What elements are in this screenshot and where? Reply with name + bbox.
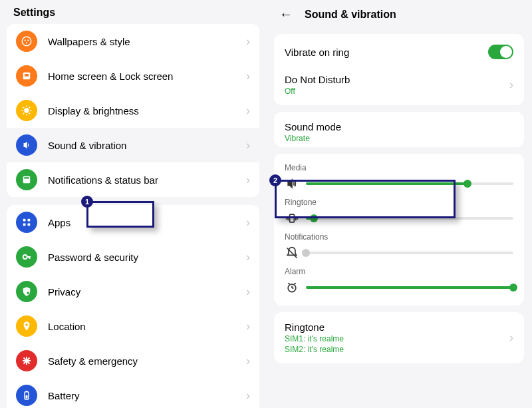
settings-item-apps[interactable]: Apps ›	[7, 205, 259, 240]
settings-group-1: Wallpapers & style › Home screen & Lock …	[7, 24, 259, 197]
svg-line-12	[29, 113, 31, 114]
row-title: Do Not Disturb	[285, 74, 509, 85]
chevron-right-icon: ›	[246, 69, 250, 83]
settings-item-home-lock[interactable]: Home screen & Lock screen ›	[7, 59, 259, 93]
svg-line-13	[23, 113, 25, 114]
settings-item-safety[interactable]: Safety & emergency ›	[7, 343, 259, 378]
volume-slider-alarm[interactable]	[306, 286, 513, 289]
settings-item-display[interactable]: Display & brightness ›	[7, 93, 259, 128]
svg-line-42	[288, 283, 290, 284]
panel-header: ← Sound & vibration	[266, 0, 532, 27]
row-dnd[interactable]: Do Not Disturb Off ›	[274, 67, 524, 102]
svg-point-3	[26, 42, 27, 43]
volume-label: Notifications	[285, 232, 513, 242]
apps-icon	[16, 212, 37, 233]
battery-icon	[16, 385, 37, 406]
row-ringtone[interactable]: Ringtone SIM1: it's realme SIM2: it's re…	[274, 315, 524, 361]
settings-item-sound[interactable]: Sound & vibration ›	[7, 128, 259, 162]
settings-item-label: Wallpapers & style	[48, 36, 246, 47]
svg-point-1	[25, 39, 26, 41]
card-sound-mode[interactable]: Sound mode Vibrate	[274, 112, 524, 147]
svg-line-14	[29, 107, 31, 108]
svg-rect-17	[23, 219, 26, 222]
back-icon[interactable]: ←	[279, 7, 293, 22]
settings-item-label: Privacy	[48, 286, 246, 298]
row-vibrate-on-ring[interactable]: Vibrate on ring	[274, 37, 524, 67]
chevron-right-icon: ›	[509, 331, 513, 345]
settings-item-label: Battery	[48, 390, 246, 401]
notification-icon	[16, 169, 37, 190]
volume-alarm: Alarm	[285, 262, 513, 296]
svg-rect-33	[290, 214, 295, 222]
row-sub: SIM2: it's realme	[285, 345, 509, 354]
chevron-right-icon: ›	[246, 35, 250, 49]
chevron-right-icon: ›	[246, 173, 250, 187]
toggle-switch-on[interactable]	[488, 45, 513, 59]
settings-item-password[interactable]: Password & security ›	[7, 240, 259, 274]
sound-mode-sub: Vibrate	[285, 134, 513, 143]
card-general: Vibrate on ring Do Not Disturb Off ›	[274, 34, 524, 105]
svg-point-21	[23, 255, 27, 259]
chevron-right-icon: ›	[246, 285, 250, 299]
svg-rect-32	[26, 395, 28, 399]
alarm-icon	[285, 280, 299, 295]
row-label: Vibrate on ring	[285, 47, 488, 58]
display-icon	[16, 100, 37, 121]
wallpaper-icon	[16, 31, 37, 52]
settings-item-battery[interactable]: Battery ›	[7, 378, 259, 408]
settings-header: Settings	[0, 0, 266, 24]
settings-item-label: Location	[48, 321, 246, 332]
settings-item-label: Apps	[48, 217, 246, 228]
settings-item-notifications[interactable]: Notifications & status bar ›	[7, 162, 259, 197]
volume-slider-media[interactable]	[306, 182, 513, 185]
settings-item-label: Display & brightness	[48, 105, 246, 116]
settings-item-privacy[interactable]: Privacy ›	[7, 274, 259, 309]
chevron-right-icon: ›	[246, 138, 250, 152]
settings-item-location[interactable]: Location ›	[7, 309, 259, 343]
volume-media: Media	[285, 158, 513, 192]
svg-line-11	[23, 107, 25, 108]
settings-item-label: Safety & emergency	[48, 355, 246, 367]
volume-label: Alarm	[285, 267, 513, 276]
settings-item-label: Password & security	[48, 252, 246, 263]
location-icon	[16, 315, 37, 337]
row-sub: SIM1: it's realme	[285, 334, 509, 343]
settings-item-wallpapers[interactable]: Wallpapers & style ›	[7, 24, 259, 59]
svg-point-25	[25, 323, 28, 326]
chevron-right-icon: ›	[246, 250, 250, 264]
row-sub: Off	[285, 87, 509, 96]
chevron-right-icon: ›	[509, 78, 513, 92]
svg-rect-31	[26, 391, 28, 392]
svg-rect-19	[23, 224, 26, 226]
volume-label: Ringtone	[285, 198, 513, 207]
chevron-right-icon: ›	[246, 319, 250, 333]
vibrate-icon	[285, 211, 299, 226]
volume-label: Media	[285, 163, 513, 172]
card-volumes: Media Ringtone Notifications	[274, 154, 524, 306]
chevron-right-icon: ›	[246, 354, 250, 368]
svg-rect-18	[28, 219, 31, 222]
svg-rect-20	[28, 224, 31, 226]
card-ringtone: Ringtone SIM1: it's realme SIM2: it's re…	[274, 312, 524, 363]
chevron-right-icon: ›	[246, 104, 250, 118]
volume-ringtone: Ringtone	[285, 192, 513, 227]
svg-line-43	[294, 283, 296, 284]
svg-point-24	[27, 292, 30, 295]
volume-slider-ringtone[interactable]	[306, 217, 513, 220]
row-title: Ringtone	[285, 321, 509, 333]
privacy-icon	[16, 281, 37, 302]
svg-point-2	[27, 39, 29, 41]
svg-rect-16	[24, 177, 29, 178]
settings-left-panel: Settings Wallpapers & style › Home scree…	[0, 0, 266, 408]
safety-icon	[16, 350, 37, 371]
svg-point-0	[22, 37, 31, 46]
home-icon	[16, 65, 37, 87]
settings-item-label: Notifications & status bar	[48, 174, 246, 186]
volume-notifications: Notifications	[285, 227, 513, 262]
chevron-right-icon: ›	[246, 389, 250, 403]
svg-rect-5	[25, 74, 29, 77]
password-icon	[16, 246, 37, 268]
settings-item-label: Home screen & Lock screen	[48, 71, 246, 82]
volume-slider-notifications[interactable]	[306, 252, 513, 254]
settings-item-label: Sound & vibration	[48, 140, 246, 151]
